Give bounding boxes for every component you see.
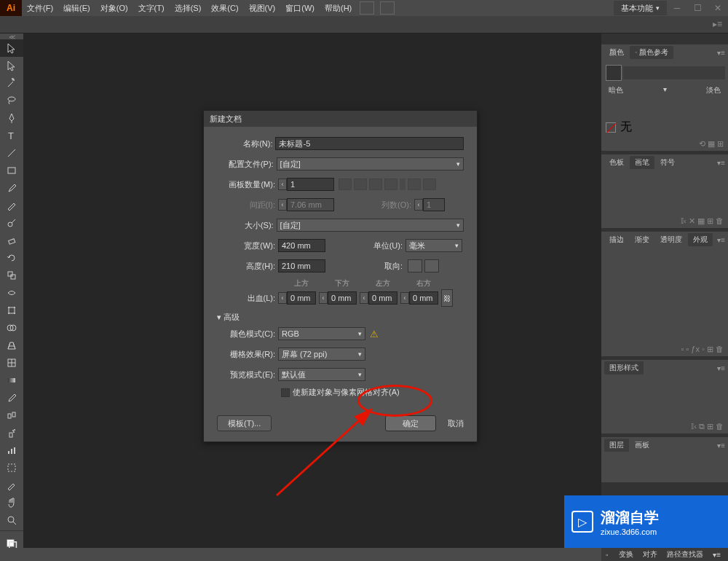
panel-menu-icon[interactable]: ▾≡: [708, 551, 725, 559]
tab-artboards[interactable]: 画板: [630, 439, 654, 452]
menu-object[interactable]: 对象(O): [95, 3, 133, 14]
panel-footer-icon[interactable]: ⟲ ▦ ⊞: [699, 139, 724, 148]
tool-blob-brush[interactable]: [0, 214, 23, 232]
stepper-icon[interactable]: ‹: [360, 292, 368, 304]
raster-dropdown[interactable]: 屏幕 (72 ppi): [278, 348, 365, 361]
tool-rotate[interactable]: [0, 249, 23, 267]
bleed-top-input[interactable]: [287, 291, 316, 305]
link-values-icon[interactable]: ⛓: [441, 289, 453, 307]
panel-footer-appearance[interactable]: ▫ ▫ ƒx ◦ ⊞ 🗑: [681, 345, 724, 353]
tool-direct-selection[interactable]: [0, 57, 23, 74]
workspace-switcher[interactable]: 基本功能 ▾: [614, 1, 667, 15]
menu-edit[interactable]: 编辑(E): [58, 3, 95, 14]
menu-window[interactable]: 窗口(W): [280, 3, 320, 14]
tool-pen[interactable]: [0, 109, 23, 127]
template-button[interactable]: 模板(T)...: [217, 415, 272, 431]
tool-type[interactable]: T: [0, 127, 23, 144]
menubar-icon-2[interactable]: [380, 1, 395, 15]
panel-footer-brushes[interactable]: 𝕀‹ ✕ ▦ ⊞ 🗑: [681, 216, 724, 225]
tool-lasso[interactable]: [0, 92, 23, 109]
align-pixel-checkbox[interactable]: 使新建对象与像素网格对齐(A): [281, 387, 464, 398]
tool-slice[interactable]: [0, 476, 23, 494]
tool-artboard[interactable]: [0, 459, 23, 476]
menu-view[interactable]: 视图(V): [244, 3, 281, 14]
panel-menu-icon[interactable]: ▾≡: [717, 364, 725, 372]
options-flyout-icon[interactable]: ▸≡: [713, 19, 722, 29]
panel-menu-icon[interactable]: ▾≡: [717, 159, 725, 167]
advanced-disclosure[interactable]: 高级: [217, 312, 464, 323]
ok-button[interactable]: 确定: [385, 415, 436, 431]
tool-shape-builder[interactable]: [0, 319, 23, 337]
tab-pathfinder[interactable]: 路径查找器: [662, 549, 708, 560]
unit-dropdown[interactable]: 毫米: [405, 239, 462, 252]
tab-align[interactable]: 对齐: [638, 549, 662, 560]
tool-pencil[interactable]: [0, 197, 23, 214]
menubar-icon-1[interactable]: [360, 1, 374, 15]
tool-zoom[interactable]: [0, 511, 23, 529]
tab-color[interactable]: 颜色: [604, 46, 629, 59]
artboard-layout-icons[interactable]: [339, 178, 436, 190]
tool-perspective[interactable]: [0, 337, 23, 354]
tab-symbols[interactable]: 符号: [655, 156, 680, 169]
tool-magic-wand[interactable]: [0, 74, 23, 92]
stepper-icon[interactable]: ‹: [319, 292, 328, 304]
tool-mesh[interactable]: [0, 354, 23, 372]
stepper-icon[interactable]: ‹: [278, 292, 287, 304]
profile-dropdown[interactable]: [自定]: [277, 157, 464, 170]
maximize-button[interactable]: ☐: [687, 1, 708, 15]
close-button[interactable]: ✕: [708, 1, 728, 15]
tab-graphic-styles[interactable]: 图形样式: [604, 361, 644, 374]
panel-footer-styles[interactable]: 𝕀‹ ⧉ ⊞ 🗑: [691, 422, 724, 431]
menu-select[interactable]: 选择(S): [170, 3, 207, 14]
tool-selection[interactable]: [0, 39, 23, 57]
tool-free-transform[interactable]: [0, 302, 23, 319]
height-input[interactable]: [278, 259, 325, 272]
harmony-dropdown[interactable]: [623, 66, 725, 79]
tool-hand[interactable]: [0, 494, 23, 511]
artboards-input[interactable]: [287, 178, 334, 191]
panel-menu-icon[interactable]: ▾≡: [717, 236, 725, 244]
bleed-right-input[interactable]: [409, 291, 438, 305]
tool-width[interactable]: [0, 284, 23, 302]
menu-type[interactable]: 文字(T): [133, 3, 170, 14]
orientation-landscape-icon[interactable]: [424, 259, 439, 272]
base-color-swatch[interactable]: [606, 65, 622, 81]
minimize-button[interactable]: ─: [667, 1, 687, 15]
orientation-portrait-icon[interactable]: [408, 259, 422, 272]
panel-menu-icon[interactable]: ▾≡: [717, 49, 725, 57]
tool-paintbrush[interactable]: [0, 179, 23, 197]
tab-brushes[interactable]: 画笔: [630, 156, 654, 169]
tab-appearance[interactable]: 外观: [688, 233, 713, 246]
tool-rectangle[interactable]: [0, 162, 23, 179]
size-dropdown[interactable]: [自定]: [277, 219, 464, 232]
tab-layers[interactable]: 图层: [604, 439, 629, 452]
preview-dropdown[interactable]: 默认值: [278, 368, 365, 381]
name-input[interactable]: [275, 137, 464, 150]
panel-menu-icon[interactable]: ▾≡: [717, 442, 725, 450]
tool-eyedropper[interactable]: [0, 389, 23, 407]
cancel-button[interactable]: 取消: [448, 418, 464, 429]
tool-eraser[interactable]: [0, 232, 23, 249]
none-swatch-icon[interactable]: [606, 122, 616, 133]
menu-file[interactable]: 文件(F): [22, 3, 58, 14]
stepper-icon[interactable]: ‹: [400, 292, 409, 304]
tool-symbol-sprayer[interactable]: [0, 424, 23, 442]
tool-line[interactable]: [0, 144, 23, 162]
bleed-bottom-input[interactable]: [328, 291, 357, 305]
bleed-left-input[interactable]: [368, 291, 397, 305]
menu-help[interactable]: 帮助(H): [320, 3, 357, 14]
menu-effect[interactable]: 效果(C): [206, 3, 243, 14]
tool-gradient[interactable]: [0, 372, 23, 389]
tab-swatches[interactable]: 色板: [604, 156, 629, 169]
tab-transparency[interactable]: 透明度: [655, 233, 687, 246]
tab-stroke[interactable]: 描边: [604, 233, 629, 246]
tab-gradient[interactable]: 渐变: [630, 233, 654, 246]
tool-scale[interactable]: [0, 267, 23, 284]
tab-transform[interactable]: 变换: [614, 549, 638, 560]
width-input[interactable]: [278, 239, 325, 252]
tab-color-guide[interactable]: 颜色参考: [630, 46, 673, 59]
tool-graph[interactable]: [0, 442, 23, 459]
colormode-dropdown[interactable]: RGB: [278, 327, 365, 340]
tool-blend[interactable]: [0, 407, 23, 424]
stepper-down-icon[interactable]: ‹: [278, 178, 287, 190]
